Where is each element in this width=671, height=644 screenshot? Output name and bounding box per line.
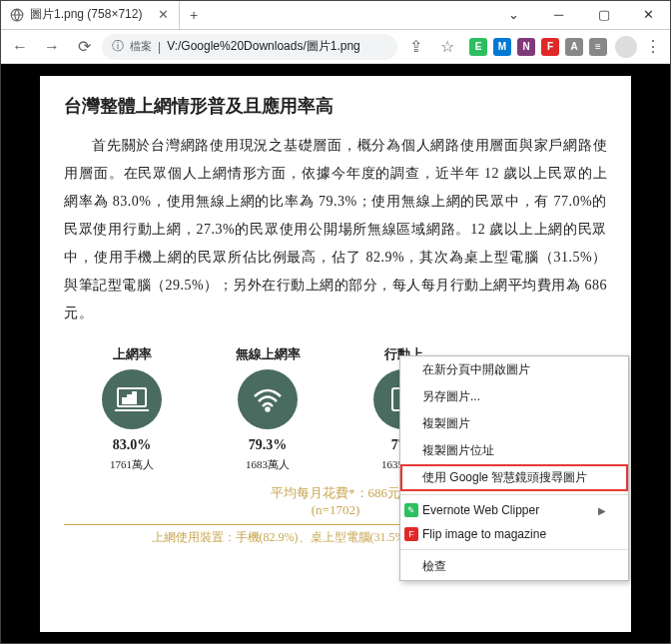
window-close-button[interactable]: ✕ [626, 0, 671, 29]
profile-avatar[interactable] [615, 36, 637, 58]
page-paragraph: 首先關於台灣網路使用現況之基礎層面，概分為個人網路使用層面與家戶網路使用層面。在… [64, 132, 607, 327]
forward-button[interactable]: → [38, 33, 66, 61]
url-path: V:/Google%20Downloads/圖片1.png [167, 38, 360, 55]
stat-label: 無線上網率 [200, 345, 336, 363]
laptop-chart-icon [102, 369, 162, 429]
url-divider: | [158, 40, 161, 54]
new-tab-button[interactable]: + [180, 0, 208, 29]
address-bar[interactable]: ⓘ 檔案 | V:/Google%20Downloads/圖片1.png [102, 34, 397, 60]
ctx-inspect[interactable]: 檢查 [400, 553, 628, 580]
toolbar: ← → ⟳ ⓘ 檔案 | V:/Google%20Downloads/圖片1.p… [0, 30, 671, 64]
window-controls: ⌄ ─ ▢ ✕ [491, 0, 671, 29]
ctx-copy-image-address[interactable]: 複製圖片位址 [400, 437, 628, 464]
ctx-separator [400, 549, 628, 550]
info-icon: ⓘ [112, 38, 124, 55]
flipboard-extension-icon[interactable]: F [541, 38, 559, 56]
flipboard-icon: F [404, 527, 418, 541]
avg-cost-text: 平均每月花費*：686元 [271, 485, 400, 500]
ctx-evernote-clipper[interactable]: ✎ Evernote Web Clipper ▶ [400, 498, 628, 522]
sample-size-text: (n=1702) [312, 502, 360, 517]
globe-icon [10, 8, 24, 22]
ctx-separator [400, 494, 628, 495]
wifi-icon [238, 369, 298, 429]
browser-menu-icon[interactable]: ⋮ [641, 37, 665, 56]
extension-icon[interactable]: ≡ [589, 38, 607, 56]
ctx-flipboard[interactable]: F Flip image to magazine [400, 522, 628, 546]
stat-label: 上網率 [64, 345, 200, 363]
reload-button[interactable]: ⟳ [70, 33, 98, 61]
extension-icon[interactable]: A [565, 38, 583, 56]
ctx-save-image-as[interactable]: 另存圖片... [400, 383, 628, 410]
window-maximize-button[interactable]: ▢ [581, 0, 626, 29]
stat-block: 無線上網率 79.3% 1683萬人 [200, 345, 336, 472]
stat-block: 上網率 83.0% 1761萬人 [64, 345, 200, 472]
ctx-open-new-tab[interactable]: 在新分頁中開啟圖片 [400, 356, 628, 383]
ctx-google-lens-search[interactable]: 使用 Google 智慧鏡頭搜尋圖片 [400, 464, 628, 491]
stat-count: 1761萬人 [64, 457, 200, 472]
ctx-evernote-label: Evernote Web Clipper [422, 503, 539, 517]
svg-rect-4 [133, 392, 136, 403]
extension-icon[interactable]: M [493, 38, 511, 56]
window-dropdown-icon[interactable]: ⌄ [491, 0, 536, 29]
svg-rect-3 [128, 395, 131, 403]
back-button[interactable]: ← [6, 33, 34, 61]
share-icon[interactable]: ⇪ [401, 33, 429, 61]
tab-title: 圖片1.png (758×712) [30, 6, 152, 23]
evernote-icon: ✎ [404, 503, 418, 517]
window-minimize-button[interactable]: ─ [536, 0, 581, 29]
browser-tab[interactable]: 圖片1.png (758×712) ✕ [0, 0, 180, 29]
svg-rect-2 [123, 398, 126, 403]
tab-close-icon[interactable]: ✕ [158, 7, 169, 22]
stat-count: 1683萬人 [200, 457, 336, 472]
submenu-arrow-icon: ▶ [598, 505, 606, 516]
titlebar: 圖片1.png (758×712) ✕ + ⌄ ─ ▢ ✕ [0, 0, 671, 30]
context-menu: 在新分頁中開啟圖片 另存圖片... 複製圖片 複製圖片位址 使用 Google … [399, 355, 629, 581]
bookmark-star-icon[interactable]: ☆ [433, 33, 461, 61]
onenote-extension-icon[interactable]: N [517, 38, 535, 56]
extension-icons: E M N F A ≡ [465, 38, 611, 56]
evernote-extension-icon[interactable]: E [469, 38, 487, 56]
page-heading: 台灣整體上網情形普及且應用率高 [64, 94, 607, 118]
stat-percent: 83.0% [64, 437, 200, 453]
url-scheme-label: 檔案 [130, 39, 152, 54]
ctx-copy-image[interactable]: 複製圖片 [400, 410, 628, 437]
stat-percent: 79.3% [200, 437, 336, 453]
svg-point-6 [267, 408, 270, 411]
ctx-flipboard-label: Flip image to magazine [422, 527, 546, 541]
